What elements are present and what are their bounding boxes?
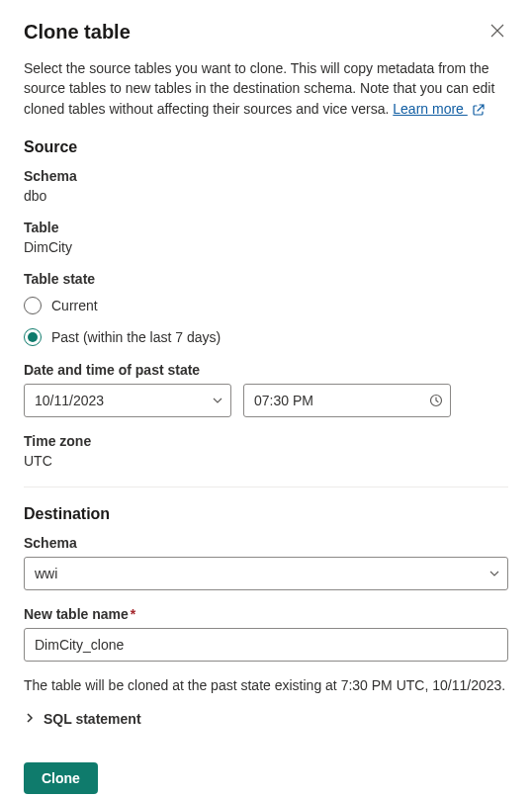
destination-section-title: Destination <box>24 505 508 523</box>
table-state-radio-group: Current Past (within the last 7 days) <box>24 297 508 346</box>
close-icon <box>490 24 504 41</box>
destination-schema-label: Schema <box>24 535 508 551</box>
section-divider <box>24 487 508 487</box>
source-table-value: DimCity <box>24 239 508 255</box>
new-table-name-label: New table name* <box>24 606 508 622</box>
chevron-right-icon <box>24 711 36 727</box>
radio-option-current[interactable]: Current <box>24 297 508 314</box>
close-button[interactable] <box>487 20 508 44</box>
time-input[interactable] <box>243 384 451 417</box>
timezone-label: Time zone <box>24 433 508 449</box>
source-schema-label: Schema <box>24 168 508 184</box>
clone-button[interactable]: Clone <box>24 762 98 794</box>
table-state-label: Table state <box>24 271 508 287</box>
clone-info-text: The table will be cloned at the past sta… <box>24 677 508 693</box>
source-table-label: Table <box>24 220 508 235</box>
date-input[interactable] <box>24 384 231 417</box>
new-table-name-text: New table name <box>24 606 129 622</box>
external-link-icon <box>472 103 486 117</box>
dialog-title: Clone table <box>24 21 131 44</box>
radio-icon <box>24 328 42 346</box>
source-section-title: Source <box>24 138 508 156</box>
learn-more-link[interactable]: Learn more <box>393 101 467 117</box>
sql-statement-toggle[interactable]: SQL statement <box>24 711 508 727</box>
radio-option-past[interactable]: Past (within the last 7 days) <box>24 328 508 346</box>
dialog-description: Select the source tables you want to clo… <box>24 58 508 119</box>
timezone-value: UTC <box>24 453 508 469</box>
radio-past-label: Past (within the last 7 days) <box>51 329 221 345</box>
new-table-name-input[interactable] <box>24 628 508 662</box>
datetime-label: Date and time of past state <box>24 362 508 378</box>
radio-current-label: Current <box>51 298 98 313</box>
destination-schema-dropdown[interactable] <box>24 557 508 590</box>
source-schema-value: dbo <box>24 188 508 204</box>
required-asterisk: * <box>131 606 135 622</box>
radio-icon <box>24 297 42 314</box>
sql-statement-label: SQL statement <box>44 711 141 727</box>
